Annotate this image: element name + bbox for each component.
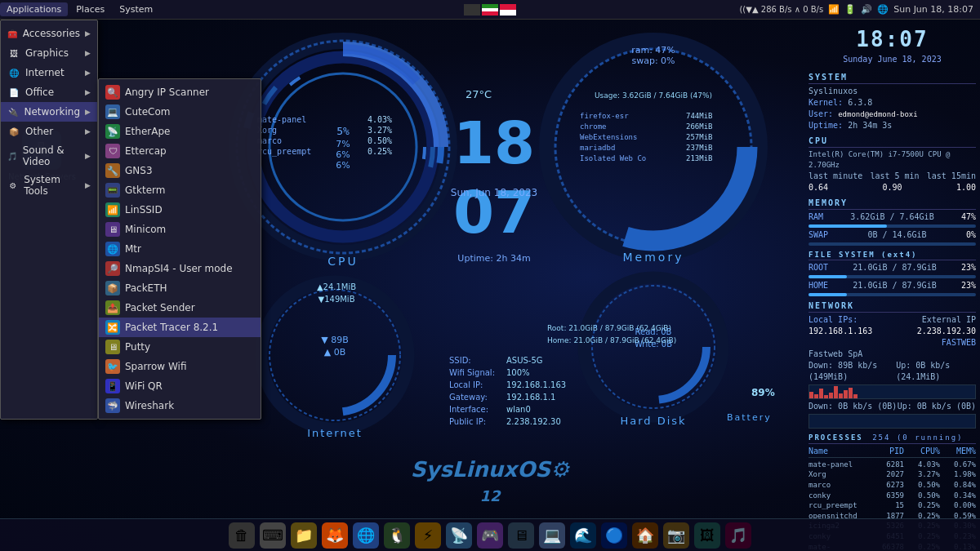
menu-item-other[interactable]: 📦 Other ▶: [1, 122, 97, 141]
submenu-gns3[interactable]: 🔧 GNS3: [99, 161, 261, 180]
svg-text:6%: 6%: [336, 160, 350, 171]
network-section: NETWORK Local IPs: External IP 192.168.1…: [808, 300, 976, 429]
angry-ip-label: Angry IP Scanner: [125, 87, 209, 98]
system-section-title: SYSTEM: [808, 72, 976, 84]
submenu-wireshark[interactable]: 🦈 Wireshark: [99, 396, 261, 415]
flag-icons: [464, 4, 516, 16]
system-menu-btn[interactable]: System: [113, 2, 159, 16]
nmapsi4-label: NmapSI4 - User mode: [125, 263, 233, 274]
submenu-gtkterm[interactable]: 📟 Gtkterm: [99, 180, 261, 200]
svg-text:Root: 21.0GiB / 87.9GiB (62.4G: Root: 21.0GiB / 87.9GiB (62.4GiB): [547, 324, 671, 332]
net-graph-down: [808, 384, 976, 399]
taskbar-right: ((▼▲ 286 B/s ∧ 0 B/s 📶 🔋 🔊 🌐 Sun Jun 18,…: [739, 4, 980, 15]
proc-col-name: Name: [808, 446, 866, 457]
packet-sender-icon: 📤: [105, 300, 120, 315]
menu-item-internet[interactable]: 🌐 Internet ▶: [1, 63, 97, 82]
internet-arrow: ▶: [85, 69, 91, 77]
svg-text:257MiB: 257MiB: [686, 133, 713, 141]
applications-menu-btn[interactable]: Applications: [0, 2, 68, 16]
system-uptime: Uptime: 2h 34m 3s: [808, 120, 976, 131]
svg-text:7%: 7%: [336, 139, 350, 149]
places-menu-btn[interactable]: Places: [69, 2, 111, 16]
dock-icon-trash[interactable]: 🗑: [229, 522, 255, 549]
process-row-4: conky63590.50%0.34%: [808, 491, 976, 501]
packet-tracer-label: Packet Tracer 8.2.1: [125, 322, 218, 333]
dock-icon-camera[interactable]: 📷: [663, 522, 689, 549]
accessories-label: Accessories: [23, 28, 80, 39]
submenu-packeth[interactable]: 📦 PackETH: [99, 278, 261, 298]
svg-text:rcu_preempt: rcu_preempt: [257, 147, 311, 157]
swap-value: 0B / 14.6GiB: [867, 229, 926, 241]
home-bar-fill: [808, 293, 847, 296]
dock-icon-linux[interactable]: 🐧: [384, 522, 410, 549]
submenu-wifi-qr[interactable]: 📱 WiFi QR: [99, 376, 261, 396]
menu-item-accessories[interactable]: 🧰 Accessories ▶: [1, 24, 97, 43]
system-user: User: edmond@edmond-boxi: [808, 109, 976, 120]
svg-text:Memory: Memory: [623, 251, 684, 264]
submenu-etherape[interactable]: 📡 EtherApe: [99, 122, 261, 141]
dock-icon-network2[interactable]: 📡: [446, 522, 472, 549]
dock-icon-home[interactable]: 🏠: [632, 522, 658, 549]
system-section: SYSTEM Syslinuxos Kernel: 6.3.8 User: ed…: [808, 72, 976, 131]
submenu-putty[interactable]: 🖥 Putty: [99, 337, 261, 357]
dock-icon-keyboard[interactable]: ⌨: [260, 522, 286, 549]
dock-icon-image[interactable]: 🖼: [694, 522, 720, 549]
system-tools-icon: ⚙: [7, 179, 19, 192]
menu-item-office[interactable]: 📄 Office ▶: [1, 82, 97, 102]
dock-icon-firefox[interactable]: 🦊: [322, 522, 348, 549]
bottom-dock: 🗑 ⌨ 📁 🦊 🌐 🐧 ⚡ 📡 🎮 🖥 💻 🌊 🔵 🏠 📷 🖼 🎵: [0, 518, 980, 551]
submenu-minicom[interactable]: 🖥 Minicom: [99, 220, 261, 239]
dock-icon-wave[interactable]: 🌊: [570, 522, 596, 549]
dock-icon-files[interactable]: 📁: [291, 522, 317, 549]
svg-text:firefox-esr: firefox-esr: [580, 112, 629, 120]
cpu-val3: 1.00: [956, 182, 976, 193]
svg-text:ASUS-5G: ASUS-5G: [506, 356, 543, 365]
home-pct: 23%: [961, 280, 976, 291]
submenu-packet-tracer[interactable]: 🔀 Packet Tracer 8.2.1: [99, 318, 261, 337]
submenu-packet-sender[interactable]: 📤 Packet Sender: [99, 298, 261, 318]
dock-icon-chrome[interactable]: 🌐: [353, 522, 379, 549]
desktop: Applications Places System ((▼▲ 286 B/s …: [0, 0, 980, 551]
sound-video-arrow: ▶: [85, 152, 91, 160]
system-tools-arrow: ▶: [85, 181, 91, 189]
user-value: edmond@edmond-boxi: [838, 110, 918, 118]
taskbar-center: [464, 4, 516, 16]
cpu-section: CPU Intel(R) Core(TM) i7-7500U CPU @ 2.7…: [808, 136, 976, 193]
dock-icon-circle[interactable]: 🔵: [601, 522, 627, 549]
cutecom-icon: 💻: [105, 104, 120, 119]
network-icon-tray: 🌐: [877, 4, 889, 15]
processes-title: PROCESSES: [808, 433, 863, 442]
submenu-sparrow-wifi[interactable]: 🐦 Sparrow Wifi: [99, 357, 261, 376]
ettercap-icon: 🛡: [105, 144, 120, 158]
networking-label: Networking: [24, 106, 80, 118]
menu-item-system-tools[interactable]: ⚙ System Tools ▶: [1, 171, 97, 200]
dock-icon-terminal[interactable]: 🖥: [508, 522, 534, 549]
network-section-title: NETWORK: [808, 300, 976, 313]
dock-icon-music[interactable]: 🎵: [725, 522, 751, 549]
ram-bar: [808, 224, 976, 228]
packet-tracer-icon: 🔀: [105, 320, 120, 335]
dock-icon-game[interactable]: 🎮: [477, 522, 503, 549]
process-row-1: mate-panel62814.03%0.67%: [808, 460, 976, 470]
svg-text:89%: 89%: [751, 387, 775, 398]
submenu-cutecom[interactable]: 💻 CuteCom: [99, 102, 261, 122]
cpu-last-min: last minute: [808, 171, 862, 182]
dock-icon-power[interactable]: ⚡: [415, 522, 441, 549]
menu-item-sound-video[interactable]: 🎵 Sound & Video ▶: [1, 141, 97, 171]
dock-icon-laptop[interactable]: 💻: [539, 522, 565, 549]
submenu-linssid[interactable]: 📶 LinSSID: [99, 200, 261, 220]
menu-item-networking[interactable]: 🔌 Networking ▶: [1, 102, 97, 122]
menu-item-graphics[interactable]: 🖼 Graphics ▶: [1, 43, 97, 63]
submenu-angry-ip[interactable]: 🔍 Angry IP Scanner: [99, 82, 261, 102]
clock-tray: Sun Jun 18, 18:07: [893, 4, 973, 15]
submenu-mtr[interactable]: 🌐 Mtr: [99, 239, 261, 259]
system-tools-label: System Tools: [24, 174, 80, 197]
submenu-ettercap[interactable]: 🛡 Ettercap: [99, 141, 261, 161]
home-value: 21.0GiB / 87.9GiB: [853, 280, 936, 291]
submenu-nmapsi4[interactable]: 🔎 NmapSI4 - User mode: [99, 259, 261, 278]
ram-row: RAM 3.62GiB / 7.64GiB 47%: [808, 211, 976, 223]
packeth-label: PackETH: [125, 282, 167, 294]
cutecom-label: CuteCom: [125, 106, 170, 118]
root-row: ROOT 21.0GiB / 87.9GiB 23%: [808, 262, 976, 273]
syslinux-version: 12: [479, 487, 500, 504]
